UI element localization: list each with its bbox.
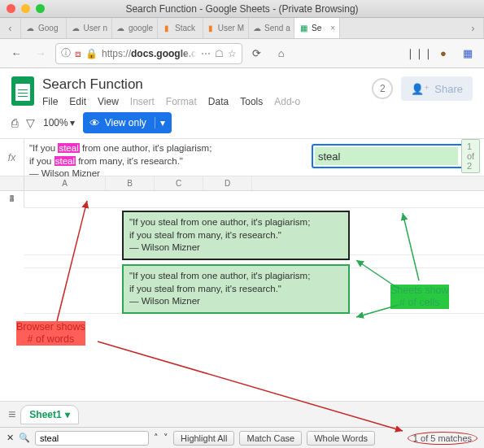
star-icon[interactable]: ☆ (228, 48, 237, 59)
url-text: https://docs.google.c (102, 48, 197, 59)
home-button[interactable]: ⌂ (272, 44, 291, 63)
info-icon: ⓘ (61, 46, 71, 60)
print-icon[interactable]: ⎙ (11, 116, 18, 129)
close-findbar-icon[interactable]: ✕ (7, 433, 14, 443)
cloud-icon: ☁ (116, 24, 125, 33)
sheet-tab-1[interactable]: Sheet1 ▾ (20, 405, 78, 424)
filter-icon[interactable]: ▽ (26, 116, 35, 129)
menu-addons[interactable]: Add-o (274, 96, 300, 107)
sheets-toolbar: ⎙ ▽ 100% ▾ 👁 View only ▾ (0, 107, 484, 139)
share-button[interactable]: 👤⁺Share (401, 76, 473, 101)
address-bar[interactable]: ⓘ ⧈ 🔒 https://docs.google.c ⋯ ☖ ☆ (55, 43, 242, 64)
tab-3[interactable]: ▮Stack (158, 18, 203, 38)
page-action-icon[interactable]: ⋯ (201, 48, 211, 59)
chevron-down-icon: ▾ (65, 409, 70, 420)
library-icon[interactable]: ❘❘❘ (409, 44, 429, 63)
tab-strip: ‹ ☁Goog ☁User n ☁google ▮Stack ▮User M ☁… (0, 18, 484, 39)
browser-find-input[interactable] (35, 431, 149, 446)
highlight-all-button[interactable]: Highlight All (173, 431, 234, 446)
menu-format[interactable]: Format (166, 96, 197, 107)
highlight-2: steal (55, 156, 76, 166)
presence-badge[interactable]: 2 (372, 78, 393, 99)
col-B[interactable]: B (106, 176, 155, 190)
highlight-1: steal (58, 143, 79, 153)
menu-view[interactable]: View (98, 96, 119, 107)
formula-bar-row: fx "If you steal from one author, it's p… (0, 139, 484, 176)
view-only-button[interactable]: 👁 View only ▾ (83, 112, 172, 133)
all-sheets-icon[interactable]: ≡ (8, 407, 15, 422)
spreadsheet-grid[interactable]: 1 2 3 4 5 "If you steal from one author,… (0, 191, 484, 370)
back-button[interactable]: ← (7, 44, 26, 63)
menu-data[interactable]: Data (208, 96, 229, 107)
zoom-select[interactable]: 100% ▾ (43, 117, 75, 128)
sheets-find-count: 1 of 2 (461, 139, 480, 173)
cloud-icon: ☁ (253, 24, 261, 33)
tab-scroll-right[interactable]: › (463, 18, 484, 38)
stackoverflow-icon: ▮ (162, 24, 172, 33)
cell-quote-active[interactable]: "If you steal from one author, it's plag… (122, 211, 350, 260)
chevron-down-icon: ▾ (155, 117, 165, 128)
forward-button[interactable]: → (31, 44, 50, 63)
close-tab-icon[interactable]: × (330, 24, 335, 33)
tab-6-active[interactable]: ▦Se× (294, 18, 340, 38)
stackoverflow-icon: ▮ (207, 24, 215, 33)
fx-label: fx (0, 139, 24, 176)
sheets-header: Search Function File Edit View Insert Fo… (0, 68, 484, 107)
match-case-button[interactable]: Match Case (239, 431, 302, 446)
sheets-logo-icon (11, 76, 34, 106)
lock-icon: 🔒 (85, 48, 98, 59)
doc-title[interactable]: Search Function (42, 76, 300, 93)
tab-2[interactable]: ☁google (112, 18, 158, 38)
tab-scroll-left[interactable]: ‹ (0, 18, 21, 38)
sheets-find-box: 1 of 2 (312, 144, 476, 168)
search-icon: 🔍 (19, 433, 30, 443)
find-next-icon[interactable]: ˅ (164, 433, 168, 443)
col-C[interactable]: C (155, 176, 203, 190)
find-prev-icon[interactable]: ˄ (154, 433, 159, 443)
cell-quote-2[interactable]: "If you steal from one author, it's plag… (122, 264, 350, 314)
menu-file[interactable]: File (42, 96, 58, 107)
browser-find-result: 1 of 5 matches (408, 432, 477, 445)
cloud-icon: ☁ (25, 24, 35, 33)
sheets-icon: ▦ (299, 24, 308, 33)
whole-words-button[interactable]: Whole Words (307, 431, 375, 446)
menu-bar: File Edit View Insert Format Data Tools … (42, 96, 300, 107)
window-titlebar: Search Function - Google Sheets - (Priva… (0, 0, 484, 18)
chevron-down-icon: ▾ (70, 117, 75, 128)
person-plus-icon: 👤⁺ (411, 83, 429, 95)
tab-0[interactable]: ☁Goog (21, 18, 67, 38)
tab-5[interactable]: ☁Send a (249, 18, 294, 38)
col-D[interactable]: D (203, 176, 252, 190)
extension-icon[interactable]: ● (434, 44, 453, 63)
tab-4[interactable]: ▮User M (203, 18, 249, 38)
toolbar: ← → ⓘ ⧈ 🔒 https://docs.google.c ⋯ ☖ ☆ ⟳ … (0, 39, 484, 68)
reload-button[interactable]: ⟳ (247, 44, 267, 63)
sheets-find-input[interactable] (315, 147, 458, 165)
tab-1[interactable]: ☁User n (67, 18, 112, 38)
browser-find-bar: ✕ 🔍 ˄ ˅ Highlight All Match Case Whole W… (0, 427, 484, 448)
reader-icon[interactable]: ☖ (215, 48, 224, 59)
window-title: Search Function - Google Sheets - (Priva… (0, 3, 484, 15)
row-5[interactable]: 5 (0, 191, 24, 207)
menu-insert[interactable]: Insert (130, 96, 155, 107)
ublock-icon: ⧈ (75, 48, 81, 59)
sheet-tabs-bar: ≡ Sheet1 ▾ (0, 401, 484, 427)
extension-icon-2[interactable]: ▦ (458, 44, 477, 63)
menu-tools[interactable]: Tools (240, 96, 263, 107)
eye-icon: 👁 (89, 117, 100, 129)
cloud-icon: ☁ (71, 24, 81, 33)
menu-edit[interactable]: Edit (69, 96, 86, 107)
